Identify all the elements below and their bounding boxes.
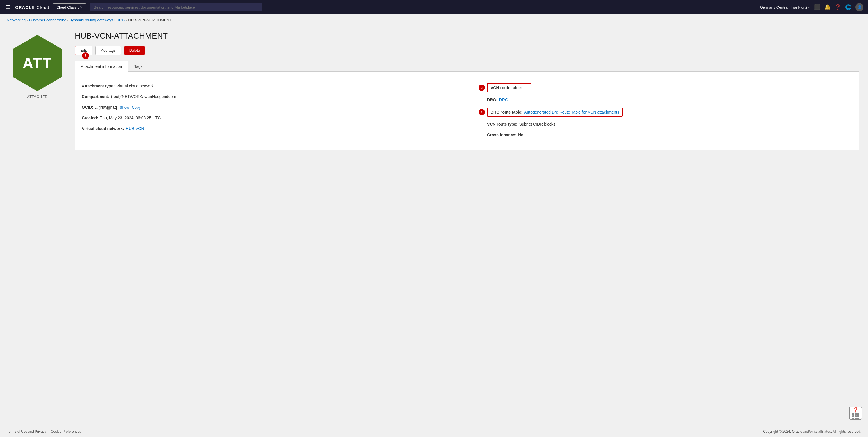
attachment-type-row: Attachment type: Virtual cloud network [82,81,455,91]
vcn-route-type-label: VCN route type: [487,121,518,127]
notifications-icon[interactable]: 🔔 [824,4,831,10]
drg-route-table-link[interactable]: Autogenerated Drg Route Table for VCN at… [524,110,619,114]
compartment-label: Compartment: [82,94,110,100]
help-widget-dots [852,413,859,419]
nav-right-controls: Germany Central (Frankfurt) ▾ ⬛ 🔔 ❓ 🌐 👤 [760,3,863,11]
ocid-label: OCID: [82,105,93,110]
main-content: ATT ATTACHED HUB-VCN-ATTACHMENT Edit Add… [0,26,868,426]
breadcrumb-sep-2: › [67,18,68,22]
oracle-logo: ORACLE Cloud [15,5,50,10]
info-left-column: Attachment type: Virtual cloud network C… [82,79,467,143]
breadcrumb-current: HUB-VCN-ATTACHMENT [128,18,171,22]
footer: Terms of Use and Privacy Cookie Preferen… [0,426,868,437]
cloud-text: Cloud [36,5,49,10]
vcn-route-table-highlighted: VCN route table: — [487,83,531,92]
page-title: HUB-VCN-ATTACHMENT [75,31,859,40]
language-icon[interactable]: 🌐 [845,4,851,10]
breadcrumb-networking[interactable]: Networking [7,18,26,22]
breadcrumb: Networking › Customer connectivity › Dyn… [0,14,868,26]
status-badge: ATTACHED [27,95,48,99]
drg-route-table-label: DRG route table: [491,110,523,114]
region-name: Germany Central (Frankfurt) [760,5,807,9]
ocid-copy-link[interactable]: Copy [132,105,141,110]
info-right-column: 2 VCN route table: — DRG: DRG 1 [467,79,852,143]
cross-tenancy-row: Cross-tenancy: No [478,130,852,140]
footer-links: Terms of Use and Privacy Cookie Preferen… [7,430,81,434]
compartment-row: Compartment: (root)/NETWORK/IwanHoogendo… [82,91,455,102]
drg-row: DRG: DRG [478,95,852,105]
dot-1 [852,413,854,415]
drg-route-table-highlighted: DRG route table: Autogenerated Drg Route… [487,108,623,117]
drg-link[interactable]: DRG [499,97,508,103]
ocid-show-link[interactable]: Show [120,105,129,110]
hexagon-label: ATT [22,54,52,71]
step-3-badge: 3 [82,52,89,59]
dot-8 [855,418,857,419]
oracle-text: ORACLE [15,5,35,10]
cloud-classic-button[interactable]: Cloud Classic > [53,3,87,11]
info-panel: Attachment type: Virtual cloud network C… [75,71,859,150]
copyright-text: Copyright © 2024, Oracle and/or its affi… [763,430,861,434]
created-row: Created: Thu, May 23, 2024, 06:08:25 UTC [82,113,455,123]
dot-4 [852,415,854,417]
created-label: Created: [82,115,98,121]
help-widget-icon: ❓ [853,407,859,413]
vcn-route-type-value: Subnet CIDR blocks [519,121,556,127]
terms-link[interactable]: Terms of Use and Privacy [7,430,46,434]
delete-button[interactable]: Delete [124,46,145,55]
cross-tenancy-label: Cross-tenancy: [487,132,517,138]
cloud-shell-icon[interactable]: ⬛ [814,4,820,10]
vcn-label: Virtual cloud network: [82,126,124,132]
region-dropdown-icon: ▾ [808,5,810,9]
vcn-route-table-value: — [524,85,528,90]
breadcrumb-sep-3: › [114,18,115,22]
attachment-type-value: Virtual cloud network [116,83,154,89]
breadcrumb-sep-4: › [126,18,127,22]
help-icon[interactable]: ❓ [835,4,841,10]
info-grid: Attachment type: Virtual cloud network C… [82,79,852,143]
vcn-route-table-label: VCN route table: [491,85,522,90]
dot-7 [852,418,854,419]
hamburger-menu[interactable]: ☰ [5,3,11,11]
created-value: Thu, May 23, 2024, 06:08:25 UTC [100,115,161,121]
add-tags-button[interactable]: Add tags [95,46,121,55]
attachment-type-label: Attachment type: [82,83,115,89]
step-2-badge: 2 [478,85,485,91]
action-buttons: Edit Add tags Delete 3 [75,46,859,55]
top-navigation: ☰ ORACLE Cloud Cloud Classic > Germany C… [0,0,868,14]
dot-6 [857,415,859,417]
compartment-value: (root)/NETWORK/IwanHoogendoorn [111,94,176,100]
cross-tenancy-value: No [518,132,523,138]
resource-icon-panel: ATT ATTACHED [9,31,66,420]
tab-bar: Attachment information Tags [75,61,859,71]
dot-5 [855,415,857,417]
dot-3 [857,413,859,415]
global-search-input[interactable] [90,3,262,11]
region-selector[interactable]: Germany Central (Frankfurt) ▾ [760,5,810,9]
hexagon-container: ATT [11,34,63,92]
cookie-preferences-link[interactable]: Cookie Preferences [51,430,81,434]
vcn-row: Virtual cloud network: HUB-VCN [82,123,455,134]
tab-attachment-information[interactable]: Attachment information [75,61,128,71]
drg-route-table-row: 1 DRG route table: Autogenerated Drg Rou… [478,105,852,119]
vcn-route-type-row: VCN route type: Subnet CIDR blocks [478,119,852,130]
step-1-badge: 1 [478,109,485,115]
resource-hexagon: ATT [13,35,62,91]
breadcrumb-drg[interactable]: DRG [116,18,125,22]
breadcrumb-dynamic-routing-gateways[interactable]: Dynamic routing gateways [69,18,113,22]
vcn-route-table-row: 2 VCN route table: — [478,81,852,95]
vcn-link[interactable]: HUB-VCN [126,126,144,132]
user-avatar[interactable]: 👤 [855,3,863,11]
drg-label: DRG: [487,97,497,103]
resource-details-panel: HUB-VCN-ATTACHMENT Edit Add tags Delete … [75,31,859,420]
breadcrumb-customer-connectivity[interactable]: Customer connectivity [29,18,66,22]
dot-2 [855,413,857,415]
ocid-row: OCID: ...rjrbwjgnaq Show Copy [82,102,455,113]
breadcrumb-sep-1: › [27,18,28,22]
help-widget[interactable]: ❓ [849,407,862,420]
ocid-short-value: ...rjrbwjgnaq [95,105,117,110]
tab-tags[interactable]: Tags [128,61,149,71]
dot-9 [857,418,859,419]
